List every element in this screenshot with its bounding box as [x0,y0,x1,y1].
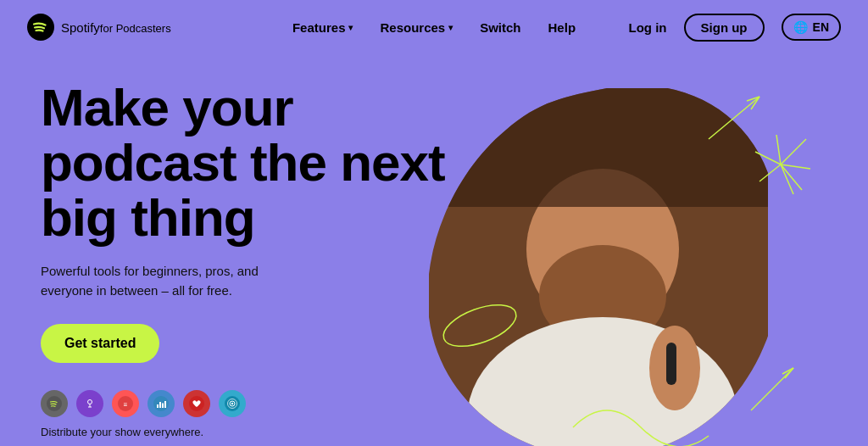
svg-point-21 [467,317,738,446]
resources-chevron-icon: ▾ [448,23,453,32]
hero-title: Make your podcast the next big thing [41,80,448,245]
decorative-svg [387,71,827,446]
svg-rect-12 [164,401,166,408]
svg-point-23 [649,326,700,410]
svg-rect-10 [159,402,161,408]
svg-rect-22 [429,88,768,207]
svg-line-31 [760,164,781,181]
svg-line-32 [755,152,781,164]
nav-switch[interactable]: Switch [480,20,520,35]
svg-line-36 [751,368,793,410]
spotify-platform-icon [41,390,68,417]
logo-brand-text: Spotifyfor Podcasters [61,20,171,35]
tunein-icon [219,390,246,417]
distribute-text: Distribute your show everywhere. [41,426,448,438]
hero-left-content: Make your podcast the next big thing Pow… [41,71,448,446]
iheart-icon [183,390,210,417]
svg-rect-24 [666,343,676,385]
chartable-icon [147,390,175,417]
get-started-button[interactable]: Get started [41,324,159,363]
svg-point-35 [438,297,521,354]
svg-line-26 [751,97,760,109]
svg-rect-18 [429,88,768,446]
svg-text:≡: ≡ [124,401,128,409]
features-chevron-icon: ▾ [348,23,353,32]
svg-line-27 [747,97,760,101]
svg-point-17 [231,403,233,404]
nav-resources[interactable]: Resources ▾ [380,20,453,35]
svg-line-38 [782,368,793,374]
svg-rect-11 [162,404,164,409]
castbox-icon: ≡ [112,390,139,417]
nav-center-items: Features ▾ Resources ▾ Switch Help [292,20,576,35]
svg-line-37 [785,368,793,378]
nav-help[interactable]: Help [548,20,576,35]
hero-subtitle: Powerful tools for beginners, pros, and … [41,262,295,300]
svg-line-30 [781,164,802,190]
svg-rect-9 [157,404,159,408]
globe-icon: 🌐 [793,20,808,34]
language-selector[interactable]: 🌐 EN [782,14,841,41]
svg-line-33 [776,135,781,164]
svg-line-29 [781,164,810,169]
login-link[interactable]: Log in [629,20,667,35]
svg-line-25 [709,97,760,139]
svg-point-19 [526,169,679,330]
lang-label: EN [813,20,829,34]
svg-line-28 [781,139,806,164]
hero-right-visual [448,71,827,446]
svg-point-20 [539,245,666,347]
nav-right-actions: Log in Sign up 🌐 EN [629,14,841,42]
signup-button[interactable]: Sign up [684,14,765,42]
platform-icons: ≡ [41,390,448,417]
apple-podcasts-icon [76,390,103,417]
nav-features[interactable]: Features ▾ [292,20,353,35]
logo[interactable]: Spotifyfor Podcasters [27,14,171,41]
svg-line-34 [781,164,793,194]
navbar: Spotifyfor Podcasters Features ▾ Resourc… [0,0,868,54]
hero-section: Make your podcast the next big thing Pow… [0,54,868,446]
